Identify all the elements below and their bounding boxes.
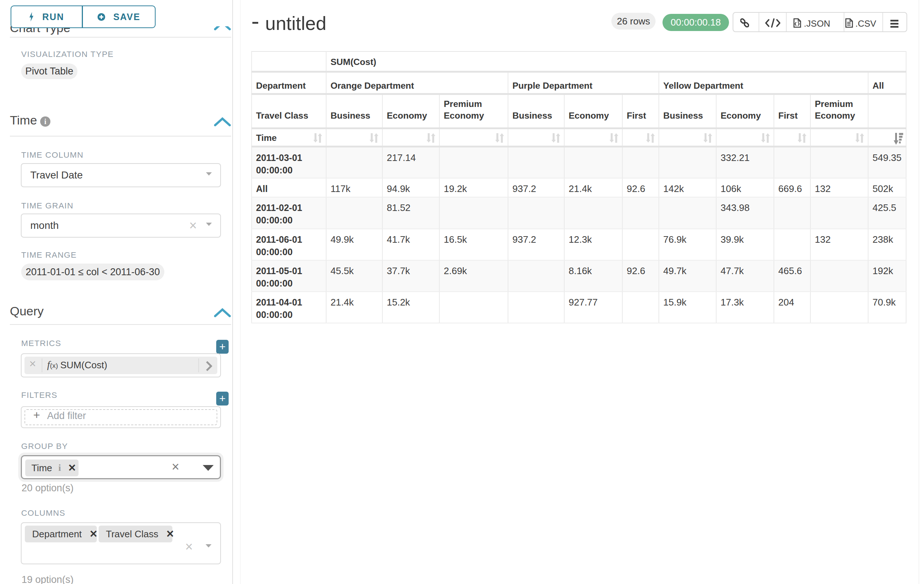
svg-text:i: i bbox=[44, 118, 46, 125]
